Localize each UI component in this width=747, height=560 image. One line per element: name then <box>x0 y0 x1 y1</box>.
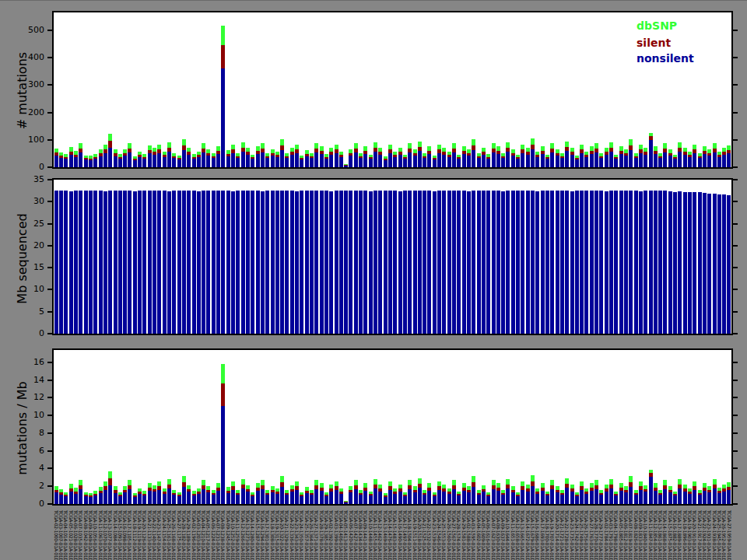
bar-segment-dbsnp <box>89 156 93 159</box>
bar-segment-dbsnp <box>324 492 328 495</box>
y-tick-mark-right <box>733 289 738 290</box>
bar-segment-dbsnp <box>374 142 377 148</box>
y-tick-mark-left <box>47 166 52 168</box>
bar-segment-nonsilent <box>275 494 279 504</box>
bar-segment-silent <box>609 485 613 488</box>
bar-segment-silent <box>192 494 196 495</box>
bar-segment-silent <box>324 157 328 159</box>
bar-segment-mb-sequenced <box>673 192 677 334</box>
x-tick-sample-label: TCGA-08-1630-01A-01D-1370-01 <box>496 510 500 560</box>
bar-segment-nonsilent <box>565 151 569 167</box>
bar-segment-dbsnp <box>545 155 549 157</box>
y-tick-label: 300 <box>12 80 44 89</box>
x-tick-sample-label: TCGA-23-1931-01A-01D-1499-01 <box>707 510 711 560</box>
bar-segment-mb-sequenced <box>609 191 613 334</box>
bar-segment-dbsnp <box>423 153 426 156</box>
bar-segment-mb-sequenced <box>271 191 275 334</box>
bar-segment-nonsilent <box>280 150 284 167</box>
y-tick-mark-left <box>47 450 52 452</box>
bar-segment-dbsnp <box>74 151 78 155</box>
bar-segment-mb-sequenced <box>393 191 397 334</box>
bar-segment-mb-sequenced <box>226 191 230 334</box>
bar-segment-silent <box>335 149 338 153</box>
bar-segment-nonsilent <box>403 159 407 167</box>
y-tick-mark-right <box>733 415 738 416</box>
bar-segment-silent <box>216 151 220 154</box>
bar-segment-dbsnp <box>403 492 407 495</box>
bar-segment-dbsnp <box>580 481 584 486</box>
y-tick-mark-left <box>47 223 52 225</box>
bar-segment-silent <box>103 149 107 153</box>
bar-segment-dbsnp <box>452 143 456 149</box>
bar-segment-nonsilent <box>388 490 392 504</box>
bar-segment-nonsilent <box>339 157 343 167</box>
x-tick-sample-label: TCGA-16-1686-01A-01D-1394-01 <box>535 510 539 560</box>
bar-segment-mb-sequenced <box>550 191 554 334</box>
bar-segment-silent <box>133 159 137 160</box>
bar-segment-nonsilent <box>59 158 63 167</box>
bar-segment-nonsilent <box>142 159 146 167</box>
x-tick-sample-label: TCGA-24-1350-01A-01D-1250-01 <box>299 510 303 560</box>
x-tick-sample-label: TCGA-03-1399-01A-01D-1271-01 <box>334 510 338 560</box>
bar-segment-silent <box>378 152 382 155</box>
bar-segment-nonsilent <box>305 156 309 167</box>
bar-segment-nonsilent <box>221 68 225 167</box>
bar-segment-dbsnp <box>550 480 554 485</box>
bar-segment-mb-sequenced <box>167 191 171 334</box>
bar-segment-dbsnp <box>280 476 284 482</box>
bar-segment-dbsnp <box>427 146 431 151</box>
bar-segment-mb-sequenced <box>93 191 97 334</box>
bar-segment-mb-sequenced <box>654 191 658 334</box>
bar-segment-silent <box>496 488 500 491</box>
bar-segment-nonsilent <box>486 159 490 167</box>
bar-segment-nonsilent <box>698 495 702 504</box>
bar-segment-nonsilent <box>349 492 352 504</box>
bar-segment-silent <box>246 489 250 492</box>
bar-segment-nonsilent <box>619 491 623 504</box>
bar-segment-dbsnp <box>187 485 191 489</box>
bar-segment-dbsnp <box>339 152 343 155</box>
bar-segment-nonsilent <box>541 154 545 167</box>
bar-segment-nonsilent <box>535 157 539 167</box>
bar-segment-silent <box>413 490 417 492</box>
bar-segment-silent <box>398 152 402 155</box>
bar-segment-dbsnp <box>541 483 545 488</box>
bar-segment-silent <box>506 148 510 152</box>
bar-segment-nonsilent <box>206 492 210 504</box>
bar-segment-nonsilent <box>413 492 417 504</box>
bar-segment-nonsilent <box>231 490 235 504</box>
bar-segment-dbsnp <box>609 479 613 485</box>
bar-segment-nonsilent <box>378 492 382 504</box>
bar-segment-mb-sequenced <box>408 191 412 334</box>
bar-segment-silent <box>408 485 412 489</box>
bar-segment-nonsilent <box>521 153 524 167</box>
bar-segment-silent <box>408 149 412 152</box>
y-tick-mark-left <box>47 201 52 202</box>
bar-segment-nonsilent <box>216 491 220 504</box>
bar-segment-dbsnp <box>290 485 294 489</box>
x-tick-sample-label: TCGA-06-1616-01A-01D-1364-01 <box>486 510 490 560</box>
bar-segment-nonsilent <box>418 488 422 504</box>
bar-segment-silent <box>384 159 388 160</box>
bar-segment-silent <box>246 152 250 155</box>
bar-segment-dbsnp <box>118 154 122 157</box>
x-tick-sample-label: TCGA-29-1777-01A-01D-1433-01 <box>598 510 603 560</box>
bar-segment-dbsnp <box>123 149 127 153</box>
bar-segment-dbsnp <box>59 489 63 492</box>
x-tick-sample-label: TCGA-08-1826-01A-01D-1454-01 <box>633 510 638 560</box>
bar-segment-dbsnp <box>654 146 658 151</box>
bar-segment-dbsnp <box>486 154 490 157</box>
bar-segment-silent <box>447 155 451 157</box>
y-tick-mark-right <box>733 311 738 313</box>
bar-segment-mb-sequenced <box>344 191 348 334</box>
x-tick-sample-label: TCGA-08-1238-01A-01D-1202-01 <box>220 510 225 560</box>
bar-segment-nonsilent <box>629 487 633 504</box>
bar-segment-silent <box>172 156 176 158</box>
bar-segment-mb-sequenced <box>482 191 486 334</box>
bar-segment-nonsilent <box>526 492 530 504</box>
bar-segment-dbsnp <box>535 152 539 155</box>
x-tick-sample-label: TCGA-04-1602-01A-01D-1358-01 <box>476 510 481 560</box>
bar-segment-nonsilent <box>516 159 520 167</box>
x-tick-sample-label: TCGA-10-1448-01A-01D-1292-01 <box>368 510 373 560</box>
bar-segment-silent <box>590 151 594 154</box>
